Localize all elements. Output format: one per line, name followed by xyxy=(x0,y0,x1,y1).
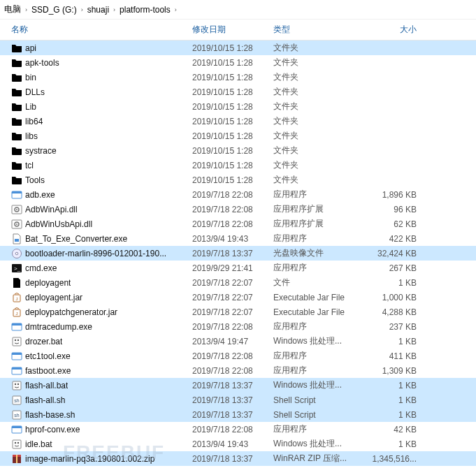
table-row[interactable]: tcl2019/10/15 1:28文件夹 xyxy=(0,158,476,173)
breadcrumb-segment[interactable]: SSD_G (G:) xyxy=(31,5,77,15)
jar-icon xyxy=(11,292,22,303)
file-type: WinRAR ZIP 压缩... xyxy=(273,453,361,465)
file-name: tcl xyxy=(25,161,34,170)
bat-icon xyxy=(11,439,22,450)
breadcrumb[interactable]: 电脑 › SSD_G (G:) › shuaji › platform-tool… xyxy=(0,0,476,20)
file-type: 应用程序 xyxy=(273,321,361,332)
table-row[interactable]: bin2019/10/15 1:28文件夹 xyxy=(0,70,476,85)
column-header-date[interactable]: 修改日期 xyxy=(192,24,273,36)
file-date: 2019/7/18 22:07 xyxy=(192,307,273,317)
folder-icon xyxy=(11,43,22,54)
file-date: 2019/10/15 1:28 xyxy=(192,87,273,97)
file-type: 文件夹 xyxy=(273,71,361,83)
table-row[interactable]: systrace2019/10/15 1:28文件夹 xyxy=(0,143,476,158)
bat-icon xyxy=(11,336,22,347)
file-date: 2019/7/18 22:08 xyxy=(192,366,273,376)
file-list: api2019/10/15 1:28文件夹apk-tools2019/10/15… xyxy=(0,41,476,466)
file-name: AdbWinApi.dll xyxy=(25,205,78,214)
table-row[interactable]: api2019/10/15 1:28文件夹 xyxy=(0,41,476,55)
table-row[interactable]: Lib2019/10/15 1:28文件夹 xyxy=(0,99,476,114)
column-header-type[interactable]: 类型 xyxy=(273,24,361,36)
table-row[interactable]: Tools2019/10/15 1:28文件夹 xyxy=(0,173,476,187)
table-row[interactable]: bootloader-marlin-8996-012001-190...2019… xyxy=(0,246,476,261)
breadcrumb-segment[interactable]: 电脑 xyxy=(4,3,21,15)
file-name: AdbWinUsbApi.dll xyxy=(25,219,92,229)
file-date: 2019/7/18 13:37 xyxy=(192,410,273,420)
app-icon xyxy=(11,424,22,435)
table-row[interactable]: AdbWinApi.dll2019/7/18 22:08应用程序扩展96 KB xyxy=(0,202,476,217)
file-type: 应用程序扩展 xyxy=(273,218,361,230)
table-row[interactable]: flash-base.sh2019/7/18 13:37Shell Script… xyxy=(0,407,476,422)
table-row[interactable]: deployagent.jar2019/7/18 22:07Executable… xyxy=(0,290,476,305)
file-name: hprof-conv.exe xyxy=(25,425,80,434)
file-name: Tools xyxy=(25,175,45,185)
table-row[interactable]: hprof-conv.exe2019/7/18 22:08应用程序42 KB xyxy=(0,422,476,437)
table-row[interactable]: Bat_To_Exe_Converter.exe2013/9/4 19:43应用… xyxy=(0,231,476,246)
file-name: flash-base.sh xyxy=(25,410,75,420)
chevron-right-icon: › xyxy=(175,6,177,13)
folder-icon xyxy=(11,131,22,142)
folder-icon xyxy=(11,72,22,83)
file-name: drozer.bat xyxy=(25,337,62,346)
file-name: fastboot.exe xyxy=(25,366,71,376)
chevron-right-icon: › xyxy=(113,6,115,13)
file-date: 2019/10/15 1:28 xyxy=(192,131,273,141)
bat-icon xyxy=(11,380,22,391)
table-row[interactable]: image-marlin-pq3a.190801.002.zip2019/7/1… xyxy=(0,451,476,466)
table-row[interactable]: cmd.exe2019/9/29 21:41应用程序267 KB xyxy=(0,261,476,275)
table-row[interactable]: flash-all.bat2019/7/18 13:37Windows 批处理.… xyxy=(0,378,476,393)
chevron-right-icon: › xyxy=(81,6,83,13)
file-type: Shell Script xyxy=(273,395,361,405)
file-size: 1 KB xyxy=(361,410,424,420)
table-row[interactable]: apk-tools2019/10/15 1:28文件夹 xyxy=(0,55,476,70)
file-size: 62 KB xyxy=(361,219,424,229)
gear-icon xyxy=(11,219,22,230)
file-type: Windows 批处理... xyxy=(273,438,361,450)
file-date: 2019/7/18 22:07 xyxy=(192,293,273,302)
table-row[interactable]: deployagent2019/7/18 22:07文件1 KB xyxy=(0,275,476,290)
table-row[interactable]: dmtracedump.exe2019/7/18 22:08应用程序237 KB xyxy=(0,319,476,334)
folder-icon xyxy=(11,116,22,127)
table-row[interactable]: deploypatchgenerator.jar2019/7/18 22:07E… xyxy=(0,305,476,319)
sh-icon xyxy=(11,395,22,406)
file-size: 4,288 KB xyxy=(361,307,424,317)
file-name: deploypatchgenerator.jar xyxy=(25,307,117,317)
table-row[interactable]: AdbWinUsbApi.dll2019/7/18 22:08应用程序扩展62 … xyxy=(0,217,476,231)
file-type: Executable Jar File xyxy=(273,293,361,302)
chevron-right-icon: › xyxy=(25,6,27,13)
file-type: 应用程序 xyxy=(273,233,361,244)
column-header-size[interactable]: 大小 xyxy=(361,24,424,36)
file-size: 1,309 KB xyxy=(361,366,424,376)
file-type: 应用程序扩展 xyxy=(273,203,361,215)
table-row[interactable]: flash-all.sh2019/7/18 13:37Shell Script1… xyxy=(0,393,476,407)
table-row[interactable]: idle.bat2013/9/4 19:43Windows 批处理...1 KB xyxy=(0,437,476,451)
table-row[interactable]: libs2019/10/15 1:28文件夹 xyxy=(0,129,476,143)
file-size: 42 KB xyxy=(361,425,424,434)
file-size: 1 KB xyxy=(361,395,424,405)
table-row[interactable]: DLLs2019/10/15 1:28文件夹 xyxy=(0,85,476,99)
file-name: Lib xyxy=(25,102,36,112)
file-size: 96 KB xyxy=(361,205,424,214)
table-row[interactable]: adb.exe2019/7/18 22:08应用程序1,896 KB xyxy=(0,187,476,202)
file-name: systrace xyxy=(25,146,57,156)
column-header-name[interactable]: 名称 xyxy=(0,24,192,36)
breadcrumb-segment[interactable]: platform-tools xyxy=(120,5,171,15)
table-row[interactable]: drozer.bat2013/9/4 19:47Windows 批处理...1 … xyxy=(0,334,476,349)
file-name: bootloader-marlin-8996-012001-190... xyxy=(25,249,166,258)
gear-icon xyxy=(11,204,22,215)
file-name: flash-all.bat xyxy=(25,381,68,390)
file-type: 应用程序 xyxy=(273,189,361,200)
table-row[interactable]: fastboot.exe2019/7/18 22:08应用程序1,309 KB xyxy=(0,363,476,378)
jar-icon xyxy=(11,307,22,318)
file-date: 2019/10/15 1:28 xyxy=(192,175,273,185)
table-row[interactable]: etc1tool.exe2019/7/18 22:08应用程序411 KB xyxy=(0,349,476,363)
breadcrumb-segment[interactable]: shuaji xyxy=(87,5,109,15)
file-size: 32,424 KB xyxy=(361,249,424,258)
column-header-row: 名称 修改日期 类型 大小 xyxy=(0,20,476,41)
file-name: adb.exe xyxy=(25,190,55,200)
file-size: 267 KB xyxy=(361,263,424,273)
table-row[interactable]: lib642019/10/15 1:28文件夹 xyxy=(0,114,476,129)
file-date: 2019/7/18 22:08 xyxy=(192,351,273,361)
file-type: 文件夹 xyxy=(273,174,361,186)
app-icon xyxy=(11,351,22,362)
